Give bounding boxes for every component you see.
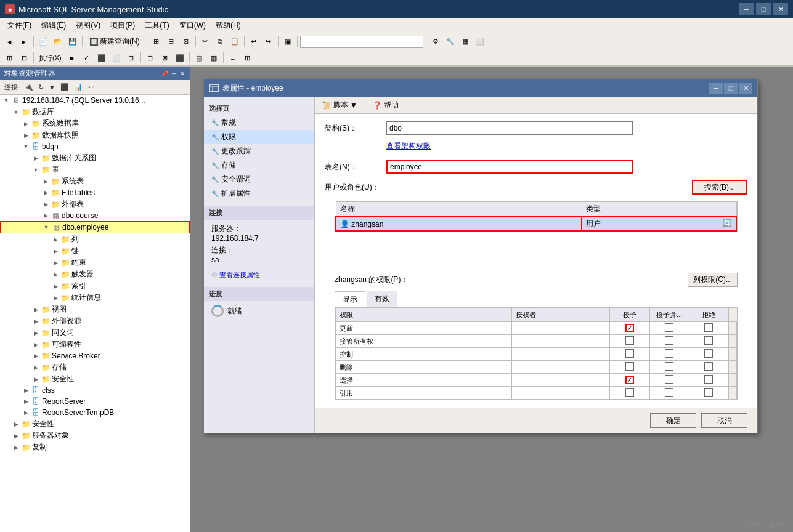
grantwith-checkbox[interactable] <box>665 375 673 384</box>
tree-expand-btn[interactable]: ▶ <box>51 258 60 268</box>
tb2-check[interactable]: ✓ <box>80 51 94 65</box>
dialog-minimize-button[interactable]: ─ <box>709 83 723 94</box>
nav-item-security-predicates[interactable]: 🔧 安全谓词 <box>204 172 314 187</box>
tree-item[interactable]: ▶📁数据库快照 <box>0 129 190 141</box>
open-button[interactable]: 📂 <box>51 35 65 49</box>
connect-button[interactable]: 连接· <box>2 82 22 92</box>
report-button[interactable]: 📊 <box>72 83 84 92</box>
nav-item-permissions[interactable]: 🔧 权限 <box>204 130 314 144</box>
new-file-button[interactable]: 📄 <box>36 35 50 49</box>
grantwith-checkbox[interactable] <box>665 362 673 371</box>
paste-button[interactable]: 📋 <box>228 35 242 49</box>
perm-grantwith-cell[interactable] <box>649 335 689 348</box>
toolbar-btn-1[interactable]: ⊞ <box>150 35 163 49</box>
perm-deny-cell[interactable] <box>689 361 728 374</box>
grantwith-checkbox[interactable] <box>665 336 673 345</box>
toolbar-btn-wrench[interactable]: 🔧 <box>444 35 457 49</box>
tree-item[interactable]: ▶📁存储 <box>0 361 190 373</box>
toolbar-btn-3[interactable]: ⊠ <box>179 35 193 49</box>
diff-button[interactable]: ▣ <box>281 35 295 49</box>
schema-input[interactable] <box>386 121 633 135</box>
permission-row[interactable]: 控制 <box>336 348 737 361</box>
tree-item[interactable]: ▶🗄ReportServerTempDB <box>0 407 190 418</box>
tree-item[interactable]: ▶📁约束 <box>0 257 190 268</box>
tree-expand-btn[interactable]: ▶ <box>51 235 60 244</box>
perm-deny-cell[interactable] <box>689 374 728 387</box>
search-button[interactable]: 搜索(B)... <box>692 180 747 195</box>
tree-item[interactable]: ▼🖥192.168.184.7 (SQL Server 13.0.16... <box>0 95 190 106</box>
tree-expand-btn[interactable]: ▶ <box>41 177 51 187</box>
tree-expand-btn[interactable]: ▶ <box>51 281 60 291</box>
tree-item[interactable]: ▶📁Service Broker <box>0 350 190 361</box>
nav-item-extended-properties[interactable]: 🔧 扩展属性 <box>204 187 314 201</box>
tree-expand-btn[interactable]: ▶ <box>41 200 51 209</box>
nav-item-change-tracking[interactable]: 🔧 更改跟踪 <box>204 144 314 158</box>
tb2-btn5[interactable]: ⊞ <box>124 51 138 65</box>
tree-item[interactable]: ▶🗄ReportServer <box>0 396 190 407</box>
tb2-stop[interactable]: ■ <box>65 51 79 65</box>
pin-button[interactable]: 📌 <box>160 70 169 77</box>
permission-row[interactable]: 删除 <box>336 361 737 374</box>
deny-checkbox[interactable] <box>704 362 713 371</box>
tab-effective[interactable]: 有效 <box>367 291 397 307</box>
refresh-oe-button[interactable]: ↻ <box>36 83 46 92</box>
tb2-btn7[interactable]: ⊠ <box>158 51 172 65</box>
col-rights-button[interactable]: 列权限(C)... <box>688 273 738 287</box>
perm-grant-cell[interactable] <box>610 322 649 335</box>
new-query-button[interactable]: 🔲 新建查询(N) <box>85 34 144 49</box>
tree-expand-btn[interactable]: ▶ <box>31 374 41 384</box>
toolbar-btn-settings[interactable]: ⚙ <box>429 35 442 49</box>
filter-button[interactable]: ▼ <box>47 83 57 92</box>
grantwith-checkbox[interactable] <box>665 388 673 397</box>
script-button[interactable]: 📜 脚本 ▼ <box>320 99 360 111</box>
cancel-button[interactable]: 取消 <box>701 413 747 428</box>
undo-button[interactable]: ↩ <box>247 35 261 49</box>
perm-deny-cell[interactable] <box>689 335 728 348</box>
tree-expand-btn[interactable]: ▶ <box>21 131 31 140</box>
menu-edit[interactable]: 编辑(E) <box>36 19 71 32</box>
tree-item[interactable]: ▶📁系统表 <box>0 175 190 187</box>
deny-checkbox[interactable] <box>704 323 713 332</box>
tree-item[interactable]: ▶📁同义词 <box>0 327 190 339</box>
toolbar-search-input[interactable] <box>300 36 423 48</box>
menu-file[interactable]: 文件(F) <box>2 19 36 32</box>
panel-minimize[interactable]: ─ <box>171 70 177 77</box>
tree-expand-btn[interactable]: ▼ <box>21 142 31 151</box>
tree-item[interactable]: ▼📁数据库 <box>0 106 190 118</box>
tree-expand-btn[interactable]: ▶ <box>21 385 31 395</box>
execute-label[interactable]: 执行(X) <box>36 54 64 63</box>
back-button[interactable]: ◄ <box>2 35 16 49</box>
forward-button[interactable]: ► <box>17 35 31 49</box>
tree-item[interactable]: ▶📁触发器 <box>0 268 190 280</box>
grant-checkbox[interactable] <box>625 324 634 332</box>
tb2-btn11[interactable]: ≡ <box>226 51 240 65</box>
tree-expand-btn[interactable]: ▶ <box>11 443 21 453</box>
tree-expand-btn[interactable]: ▶ <box>31 316 41 326</box>
perm-grant-cell[interactable] <box>610 361 649 374</box>
tb2-btn6[interactable]: ⊟ <box>144 51 157 65</box>
perm-grant-cell[interactable] <box>610 374 649 387</box>
tree-expand-btn[interactable]: ▶ <box>41 211 51 220</box>
perm-deny-cell[interactable] <box>689 322 728 335</box>
tb2-btn12[interactable]: ⊞ <box>241 51 254 65</box>
tree-expand-btn[interactable]: ▼ <box>41 222 51 232</box>
tree-expand-btn[interactable]: ▶ <box>21 408 31 417</box>
tree-expand-btn[interactable]: ▶ <box>31 328 41 338</box>
permission-row[interactable]: 选择 <box>336 374 737 387</box>
perm-grantwith-cell[interactable] <box>649 387 689 400</box>
tree-item[interactable]: ▶📁外部表 <box>0 198 190 210</box>
tree-item[interactable]: ▼▦dbo.employee <box>0 221 190 233</box>
grant-checkbox[interactable] <box>625 388 634 397</box>
tree-item[interactable]: ▼📁表 <box>0 164 190 175</box>
user-table-row[interactable]: 👤 zhangsan 用户 🔄 <box>336 217 736 231</box>
toolbar-btn-grid[interactable]: ▦ <box>458 35 472 49</box>
wave-button[interactable]: 〰 <box>86 83 96 92</box>
copy-button[interactable]: ⧉ <box>213 35 227 49</box>
tb2-btn8[interactable]: ⬛ <box>173 51 187 65</box>
tb2-btn4[interactable]: ⬜ <box>110 51 123 65</box>
tb2-btn1[interactable]: ⊞ <box>2 51 16 65</box>
tb2-btn10[interactable]: ▥ <box>207 51 221 65</box>
menu-tools[interactable]: 工具(T) <box>140 19 174 32</box>
tree-item[interactable]: ▶▦dbo.course <box>0 210 190 221</box>
tree-expand-btn[interactable]: ▶ <box>21 119 31 129</box>
